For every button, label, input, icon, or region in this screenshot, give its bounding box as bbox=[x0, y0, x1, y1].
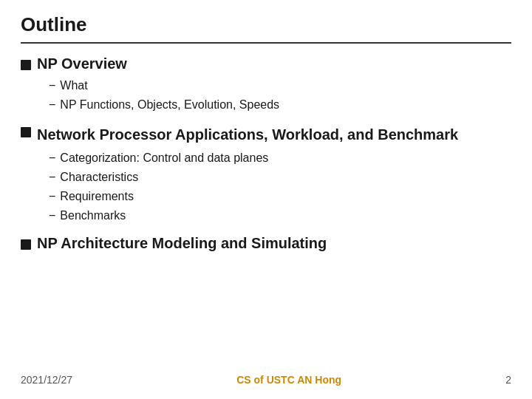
sub-item-text: NP Functions, Objects, Evolution, Speeds bbox=[60, 96, 279, 114]
section-np-applications: Network Processor Applications, Workload… bbox=[21, 124, 511, 225]
sub-item-text: Requirements bbox=[60, 188, 134, 205]
section-1-subitems: − What − NP Functions, Objects, Evolutio… bbox=[21, 77, 511, 114]
section-heading-text-2: Network Processor Applications, Workload… bbox=[37, 124, 458, 145]
section-heading-np-applications: Network Processor Applications, Workload… bbox=[21, 124, 511, 145]
list-item: − NP Functions, Objects, Evolution, Spee… bbox=[49, 96, 511, 114]
slide-title: Outline bbox=[21, 13, 511, 44]
dash-icon: − bbox=[49, 77, 55, 95]
dash-icon: − bbox=[49, 207, 55, 225]
slide-content: NP Overview − What − NP Functions, Objec… bbox=[21, 55, 511, 366]
bullet-icon-2 bbox=[21, 127, 31, 137]
section-heading-text-3: NP Architecture Modeling and Simulating bbox=[37, 235, 327, 252]
footer-date: 2021/12/27 bbox=[21, 374, 72, 386]
section-heading-text-1: NP Overview bbox=[37, 55, 127, 72]
slide-footer: 2021/12/27 CS of USTC AN Hong 2 bbox=[21, 366, 511, 386]
section-np-overview: NP Overview − What − NP Functions, Objec… bbox=[21, 55, 511, 114]
list-item: − What bbox=[49, 77, 511, 95]
sub-item-text: Benchmarks bbox=[60, 207, 126, 225]
dash-icon: − bbox=[49, 149, 55, 167]
dash-icon: − bbox=[49, 96, 55, 114]
sub-item-text: Categorization: Control and data planes bbox=[60, 149, 268, 167]
bullet-icon-1 bbox=[21, 60, 31, 70]
bullet-icon-3 bbox=[21, 239, 31, 250]
section-heading-np-overview: NP Overview bbox=[21, 55, 511, 72]
section-heading-np-architecture: NP Architecture Modeling and Simulating bbox=[21, 235, 511, 252]
list-item: − Characteristics bbox=[49, 168, 511, 186]
section-2-subitems: − Categorization: Control and data plane… bbox=[21, 149, 511, 225]
list-item: − Categorization: Control and data plane… bbox=[49, 149, 511, 167]
slide: Outline NP Overview − What − NP Function… bbox=[0, 0, 532, 399]
section-np-architecture: NP Architecture Modeling and Simulating bbox=[21, 235, 511, 252]
sub-item-text: What bbox=[60, 77, 87, 95]
dash-icon: − bbox=[49, 188, 55, 205]
list-item: − Requirements bbox=[49, 188, 511, 205]
sub-item-text: Characteristics bbox=[60, 168, 138, 186]
footer-page: 2 bbox=[505, 374, 511, 386]
list-item: − Benchmarks bbox=[49, 207, 511, 225]
footer-center: CS of USTC AN Hong bbox=[236, 374, 341, 386]
dash-icon: − bbox=[49, 168, 55, 186]
